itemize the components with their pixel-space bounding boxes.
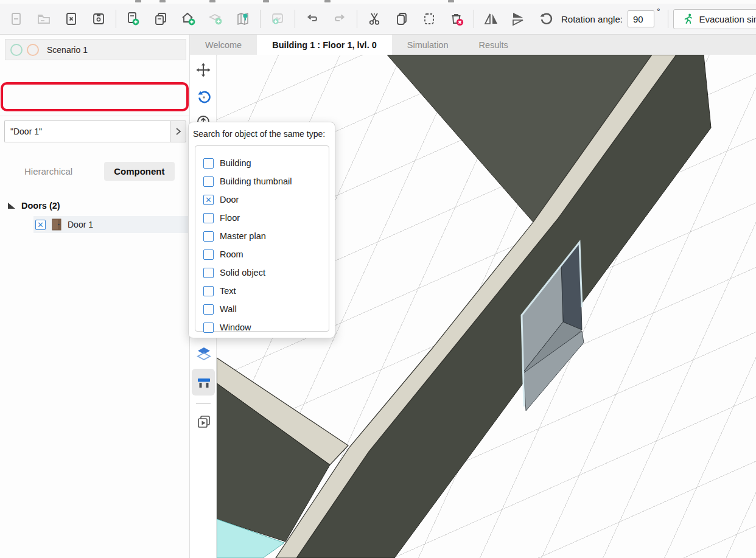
add-building-icon[interactable]	[178, 9, 198, 29]
add-scenario-icon[interactable]	[123, 9, 144, 29]
mirror-horizontal-icon[interactable]	[481, 9, 502, 29]
document-tabbar: Welcome Building 1 : Floor 1, lvl. 0 Sim…	[190, 35, 756, 55]
left-panel: Scenario 1 Hierarchical Component Doors …	[0, 35, 190, 558]
option-door[interactable]: Door	[203, 190, 329, 209]
option-solid-object[interactable]: Solid object	[203, 263, 329, 282]
door-icon	[51, 218, 62, 231]
search-type-popup: Search for object of the same type: Buil…	[188, 122, 335, 338]
toolbar-separator	[474, 10, 474, 28]
save-icon[interactable]	[88, 9, 109, 29]
toolbar-separator	[116, 10, 116, 28]
toolstrip-divider	[196, 403, 211, 404]
tree-item-label: Door 1	[68, 220, 93, 229]
menu-mark	[159, 0, 166, 2]
option-floor[interactable]: Floor	[203, 209, 329, 227]
new-file-icon[interactable]	[6, 9, 27, 29]
delete-icon[interactable]	[446, 9, 467, 29]
tree-item-door-1[interactable]: Door 1	[33, 216, 190, 233]
evacuation-simulation-button[interactable]: Evacuation simulation	[673, 9, 756, 29]
main-toolbar: Rotation angle: ° Evacuation simulation	[0, 4, 756, 35]
search-input[interactable]	[4, 120, 170, 142]
component-tree: Doors (2) Door 1	[0, 198, 189, 233]
rotate-icon[interactable]	[536, 9, 556, 29]
option-room[interactable]: Room	[203, 245, 329, 263]
tree-group-label: Doors (2)	[21, 201, 60, 211]
rotation-angle-input[interactable]	[628, 10, 654, 27]
option-master-plan[interactable]: Master plan	[203, 227, 329, 245]
evacuation-simulation-label: Evacuation simulation	[699, 14, 756, 24]
tab-welcome[interactable]: Welcome	[190, 35, 257, 55]
option-window[interactable]: Window	[203, 318, 329, 337]
building-checkbox[interactable]	[203, 158, 214, 169]
panel-divider	[0, 116, 189, 116]
chevron-right-icon	[175, 127, 182, 136]
scenario-row[interactable]: Scenario 1	[5, 39, 186, 60]
building-thumbnail-checkbox[interactable]	[203, 176, 214, 187]
duplicate-scenario-icon[interactable]	[150, 9, 171, 29]
import-image-icon[interactable]	[267, 9, 288, 29]
add-floor-icon[interactable]	[205, 9, 226, 29]
toolbar-separator	[668, 10, 668, 28]
mirror-vertical-icon[interactable]	[508, 9, 529, 29]
close-file-icon[interactable]	[61, 9, 82, 29]
toolbar-separator	[260, 10, 261, 28]
redo-icon[interactable]	[329, 9, 350, 29]
menu-mark	[263, 0, 269, 2]
runner-icon	[682, 13, 695, 25]
undo-icon[interactable]	[302, 9, 323, 29]
popup-title: Search for object of the same type:	[189, 122, 335, 142]
floor-checkbox[interactable]	[203, 213, 214, 223]
open-folder-icon[interactable]	[33, 9, 54, 29]
tab-simulation[interactable]: Simulation	[392, 35, 464, 55]
option-text[interactable]: Text	[203, 282, 329, 300]
text-checkbox[interactable]	[203, 286, 214, 296]
toolbar-separator	[357, 10, 357, 28]
master-plan-checkbox[interactable]	[203, 231, 214, 242]
tree-group-doors[interactable]: Doors (2)	[0, 198, 189, 214]
room-checkbox[interactable]	[203, 249, 214, 260]
door-tool-icon[interactable]	[196, 375, 211, 389]
option-wall[interactable]: Wall	[203, 300, 329, 318]
solid-object-checkbox[interactable]	[203, 268, 214, 278]
popup-options-box: Building Building thumbnail Door Floor M…	[195, 145, 329, 332]
door-checkbox[interactable]	[203, 195, 214, 205]
menu-mark	[448, 0, 454, 2]
wall-checkbox[interactable]	[203, 304, 214, 315]
degree-symbol: °	[657, 7, 660, 16]
tab-building-floor[interactable]: Building 1 : Floor 1, lvl. 0	[257, 35, 392, 55]
menu-mark	[324, 0, 331, 2]
scenario-status-icon-teal	[10, 44, 23, 56]
scenario-label: Scenario 1	[47, 45, 88, 55]
master-plan-icon[interactable]	[233, 9, 253, 29]
rotation-angle-label: Rotation angle:	[561, 14, 623, 24]
window-checkbox[interactable]	[203, 323, 214, 333]
expander-icon[interactable]	[7, 201, 16, 210]
cut-icon[interactable]	[364, 9, 385, 29]
menu-mark	[135, 0, 141, 2]
menu-mark	[209, 0, 215, 2]
rotate-tool-icon[interactable]	[196, 89, 211, 103]
layers-tool-icon[interactable]	[196, 346, 211, 360]
option-building[interactable]: Building	[203, 154, 329, 172]
toolbar-separator	[295, 10, 295, 28]
tab-hierarchical[interactable]: Hierarchical	[15, 162, 82, 181]
move-tool-icon[interactable]	[196, 63, 211, 77]
option-building-thumbnail[interactable]: Building thumbnail	[203, 172, 329, 190]
search-submit-button[interactable]	[170, 120, 186, 142]
tab-component[interactable]: Component	[104, 162, 174, 181]
tab-results[interactable]: Results	[463, 35, 523, 55]
door-1-checkbox[interactable]	[35, 220, 46, 230]
presentation-tool-icon[interactable]	[196, 414, 211, 428]
scenario-status-icon-peach	[27, 44, 39, 56]
copy-icon[interactable]	[391, 9, 412, 29]
paste-icon[interactable]	[419, 9, 439, 29]
